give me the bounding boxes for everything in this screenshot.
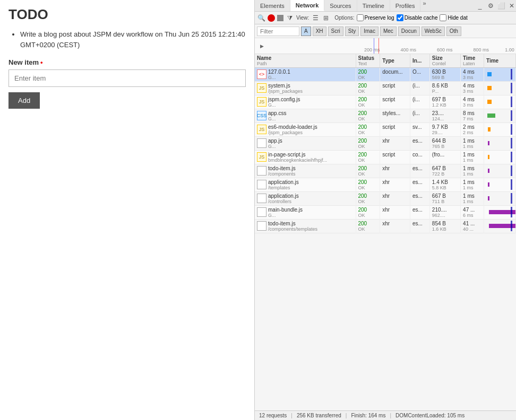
filter-btn-image[interactable]: Imac (360, 27, 379, 36)
td-size: 697 B 1.2 KB (429, 95, 460, 109)
filter-btn-other[interactable]: Oth (446, 27, 461, 36)
tab-network[interactable]: Network (290, 0, 324, 11)
file-path: bmdblncegkenkacieihfhpjf... (268, 158, 327, 163)
file-icon: JS (257, 97, 266, 107)
devtools-toolbar: 🔍 ⧩ View: ☰ ⊞ Options: Preserve log Disa… (255, 12, 516, 24)
status-code: 200 (358, 221, 378, 226)
td-name: todo-item.js /components (255, 164, 356, 178)
status-domcontent: DOMContentLoaded: 105 ms (395, 413, 465, 418)
td-timeline (484, 206, 515, 220)
th-time[interactable]: Time Laten (461, 54, 484, 68)
record-button[interactable] (268, 14, 275, 22)
tab-sources[interactable]: Sources (324, 0, 357, 11)
td-time: 4 ms 3 ms (461, 95, 484, 109)
td-initiator: es... (410, 192, 430, 206)
th-initiator[interactable]: In... (410, 54, 430, 68)
table-row[interactable]: application.js /controllers 200 OK xhr e… (255, 192, 516, 206)
td-status: 200 OK (356, 220, 380, 233)
td-name: JS system.js /jspm_packages (255, 82, 356, 95)
left-panel: TODO Write a blog post about JSPM dev wo… (0, 0, 255, 420)
filter-btn-websocket[interactable]: WebSc (422, 27, 445, 36)
filter-btn-all[interactable]: A (301, 27, 311, 36)
new-item-input[interactable] (8, 69, 246, 87)
close-icon[interactable]: ✕ (508, 2, 516, 10)
filter-btn-media[interactable]: Mec (380, 27, 397, 36)
filter-btn-style[interactable]: Sty (345, 27, 359, 36)
add-button[interactable]: Add (8, 92, 40, 109)
filter-btn-document[interactable]: Docun (398, 27, 420, 36)
table-row[interactable]: <> 127.0.0.1 G... 200 OK docum... O... 6… (255, 68, 516, 82)
table-row[interactable]: todo-item.js /components/templates 200 O… (255, 220, 516, 233)
status-text: OK (358, 89, 378, 94)
tab-timeline[interactable]: Timeline (357, 0, 390, 11)
td-time: 4 ms 3 ms (461, 68, 484, 82)
table-row[interactable]: main-bundle.js G... 200 OK xhr es... 210… (255, 206, 516, 220)
status-code: 200 (358, 207, 378, 213)
td-name: JS jspm.config.js G... (255, 95, 356, 109)
table-row[interactable]: todo-item.js /components 200 OK xhr es..… (255, 164, 516, 178)
view-list-icon[interactable]: ☰ (311, 14, 320, 22)
file-path: /templates (268, 185, 299, 190)
status-code: 200 (358, 193, 378, 199)
disable-cache-option[interactable]: Disable cache (397, 14, 438, 21)
td-type: xhr (380, 192, 410, 206)
table-row[interactable]: app.js G... 200 OK xhr es... 644 B 765 B (255, 137, 516, 151)
file-path: /jspm_packages (268, 89, 303, 94)
hide-data-checkbox[interactable] (440, 14, 446, 21)
search-icon[interactable]: 🔍 (257, 14, 265, 22)
td-timeline (484, 178, 515, 192)
filter-btn-xhr[interactable]: XH (313, 27, 326, 36)
more-tabs-button[interactable]: » (420, 0, 428, 11)
filter-btn-script[interactable]: Scri (328, 27, 343, 36)
td-status: 200 OK (356, 151, 380, 164)
file-path: /components (268, 171, 296, 177)
table-row[interactable]: JS es6-module-loader.js /jspm_packages 2… (255, 123, 516, 137)
hide-data-option[interactable]: Hide dat (440, 14, 467, 21)
preserve-log-checkbox[interactable] (357, 14, 364, 21)
tab-profiles[interactable]: Profiles (390, 0, 421, 11)
file-name: todo-item.js (268, 165, 296, 171)
status-text: OK (358, 144, 378, 149)
td-type: xhr (380, 164, 410, 178)
terminal-icon[interactable]: _ (476, 2, 484, 10)
table-row[interactable]: application.js /templates 200 OK xhr es.… (255, 178, 516, 192)
td-type: xhr (380, 178, 410, 192)
table-row[interactable]: JS system.js /jspm_packages 200 OK scrip… (255, 82, 516, 95)
stop-button[interactable] (277, 15, 283, 21)
filter-input[interactable] (257, 27, 299, 36)
file-name: app.css (268, 110, 286, 116)
preserve-log-option[interactable]: Preserve log (357, 14, 394, 21)
view-group-icon[interactable]: ⊞ (322, 14, 330, 22)
file-icon: CSS (257, 111, 266, 120)
th-type[interactable]: Type (380, 54, 410, 68)
td-timeline (484, 192, 515, 206)
disable-cache-checkbox[interactable] (397, 14, 403, 21)
table-row[interactable]: CSS app.css G... 200 OK styles... (i... … (255, 109, 516, 123)
tab-elements[interactable]: Elements (255, 0, 290, 11)
table-row[interactable]: JS in-page-script.js bmdblncegkenkacieih… (255, 151, 516, 164)
options-label: Options: (334, 15, 354, 21)
th-timeline[interactable]: Time (484, 54, 515, 68)
filter-icon[interactable]: ⧩ (286, 14, 294, 22)
settings-icon[interactable]: ⚙ (486, 2, 495, 10)
td-status: 200 OK (356, 123, 380, 137)
td-type: xhr (380, 137, 410, 151)
dock-icon[interactable]: ⬜ (497, 2, 505, 10)
th-status[interactable]: Status Text (356, 54, 380, 68)
file-icon (257, 194, 266, 203)
td-initiator: co... (410, 151, 430, 164)
file-path: G... (268, 75, 290, 80)
network-tbody: <> 127.0.0.1 G... 200 OK docum... O... 6… (255, 68, 516, 233)
td-name: main-bundle.js G... (255, 206, 356, 220)
network-table-wrapper[interactable]: Name Path Status Text Type In (255, 54, 516, 410)
td-size: 8.6 KB P... (429, 82, 460, 95)
table-row[interactable]: JS jspm.config.js G... 200 OK script (i.… (255, 95, 516, 109)
th-size[interactable]: Size Contel (429, 54, 460, 68)
td-initiator: es... (410, 137, 430, 151)
th-name[interactable]: Name Path (255, 54, 356, 68)
file-name: main-bundle.js (268, 207, 303, 213)
file-icon: <> (257, 69, 266, 79)
file-name: application.js (268, 179, 299, 185)
td-type: xhr (380, 220, 410, 233)
td-type: docum... (380, 68, 410, 82)
